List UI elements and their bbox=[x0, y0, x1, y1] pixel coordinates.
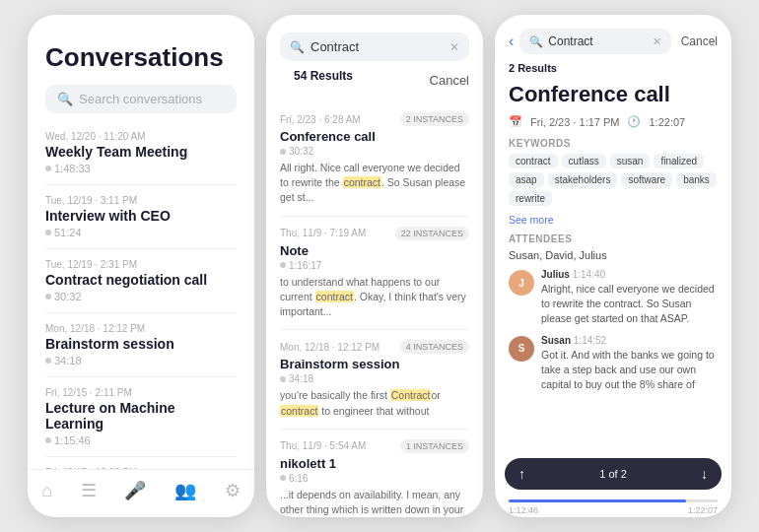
result-snippet: you're basically the first Contractor co… bbox=[280, 388, 469, 418]
avatar: S bbox=[509, 336, 534, 362]
result-date: Fri, 2/23 · 6:28 AM bbox=[280, 114, 361, 125]
message-text: Alright, nice call everyone we decided t… bbox=[541, 282, 718, 327]
result-duration: 1:16:17 bbox=[280, 260, 469, 271]
message-time: 1:14:40 bbox=[573, 269, 605, 280]
progress-times: 1:12:46 1:22:07 bbox=[509, 505, 718, 515]
result-snippet: All right. Nice call everyone we decided… bbox=[280, 161, 469, 206]
p3-search-bar[interactable]: 🔍 Contract ✕ bbox=[519, 29, 670, 54]
result-meta: Thu, 11/9 · 7:19 AM 22 INSTANCES bbox=[280, 227, 469, 240]
keyword-tag[interactable]: rewrite bbox=[509, 191, 552, 206]
result-duration: 30:32 bbox=[280, 146, 469, 157]
nav-up-button[interactable]: ↑ bbox=[518, 466, 525, 482]
message-item: S Susan 1:14:52 Got it. And with the ban… bbox=[509, 335, 718, 393]
instances-badge: 2 INSTANCES bbox=[400, 112, 469, 126]
list-icon[interactable]: ☰ bbox=[81, 480, 97, 501]
result-meta: Fri, 2/23 · 6:28 AM 2 INSTANCES bbox=[280, 112, 469, 126]
keyword-tag[interactable]: stakeholders bbox=[548, 172, 618, 187]
item-title: Weekly Team Meeting bbox=[45, 144, 237, 160]
result-title: nikolett 1 bbox=[280, 456, 469, 471]
item-duration: 34:18 bbox=[45, 355, 237, 366]
nav-down-button[interactable]: ↓ bbox=[701, 466, 708, 482]
message-meta: Susan 1:14:52 bbox=[541, 335, 718, 346]
progress-fill bbox=[509, 499, 686, 502]
recording-duration: 1:22:07 bbox=[649, 116, 685, 128]
conversation-item[interactable]: Wed, 12/20 · 11:20 AM Weekly Team Meetin… bbox=[45, 121, 237, 185]
attendees-section: ATTENDEES Susan, David, Julius bbox=[509, 233, 718, 261]
search-result-item[interactable]: Thu, 11/9 · 5:54 AM 1 INSTANCES nikolett… bbox=[280, 430, 469, 517]
results-count: 2 Results bbox=[509, 62, 718, 74]
item-date: Mon, 12/18 · 12:12 PM bbox=[45, 323, 237, 334]
result-duration: 34:18 bbox=[280, 373, 469, 384]
clock-icon: 🕐 bbox=[627, 115, 641, 128]
search-result-item[interactable]: Fri, 2/23 · 6:28 AM 2 INSTANCES Conferen… bbox=[280, 102, 469, 217]
search-results-list: Fri, 2/23 · 6:28 AM 2 INSTANCES Conferen… bbox=[266, 102, 483, 517]
clear-icon[interactable]: ✕ bbox=[653, 35, 661, 48]
people-icon[interactable]: 👥 bbox=[174, 480, 196, 501]
conversation-item[interactable]: Tue, 12/19 · 2:31 PM Contract negotiatio… bbox=[45, 249, 237, 313]
item-title: Interview with CEO bbox=[45, 208, 237, 224]
progress-bar[interactable]: 1:12:46 1:22:07 bbox=[495, 496, 731, 517]
keyword-tag[interactable]: software bbox=[621, 172, 672, 187]
recording-title: Conference call bbox=[509, 82, 718, 107]
message-item: J Julius 1:14:40 Alright, nice call ever… bbox=[509, 269, 718, 327]
conversation-item[interactable]: Fri, 12/15 · 12:28 PM Quarterly business… bbox=[45, 457, 237, 469]
total-time: 1:22:07 bbox=[688, 505, 718, 515]
gear-icon[interactable]: ⚙ bbox=[225, 480, 241, 501]
mic-icon[interactable]: 🎤 bbox=[124, 480, 146, 501]
back-icon[interactable]: ‹ bbox=[509, 33, 514, 50]
result-title: Note bbox=[280, 243, 469, 258]
recording-date: Fri, 2/23 · 1:17 PM bbox=[530, 116, 619, 128]
search-icon: 🔍 bbox=[529, 35, 543, 48]
keyword-tag[interactable]: banks bbox=[676, 172, 717, 187]
result-title: Conference call bbox=[280, 129, 469, 144]
item-title: Brainstorm session bbox=[45, 336, 237, 352]
search-result-item[interactable]: Mon, 12/18 · 12:12 PM 4 INSTANCES Brains… bbox=[280, 330, 469, 429]
message-bubble: Susan 1:14:52 Got it. And with the banks… bbox=[541, 335, 718, 393]
keyword-tag[interactable]: susan bbox=[610, 154, 651, 168]
search-bar[interactable]: 🔍 Search conversations bbox=[45, 85, 237, 113]
item-date: Fri, 12/15 · 2:11 PM bbox=[45, 387, 237, 398]
message-text: Got it. And with the banks we going to t… bbox=[541, 348, 718, 393]
keywords-list: contractcutlasssusanfinalizedasapstakeho… bbox=[509, 154, 718, 206]
instances-badge: 22 INSTANCES bbox=[395, 227, 469, 240]
result-duration: 6:16 bbox=[280, 473, 469, 484]
message-time: 1:14:52 bbox=[574, 335, 606, 346]
conversation-item[interactable]: Mon, 12/18 · 12:12 PM Brainstorm session… bbox=[45, 313, 237, 377]
item-duration: 51:24 bbox=[45, 227, 237, 238]
conversation-item[interactable]: Tue, 12/19 · 3:11 PM Interview with CEO … bbox=[45, 185, 237, 249]
keyword-tag[interactable]: finalized bbox=[654, 154, 704, 168]
p1-header: Conversations 🔍 Search conversations bbox=[28, 15, 254, 121]
highlighted-term: contract bbox=[315, 291, 354, 302]
message-meta: Julius 1:14:40 bbox=[541, 269, 718, 280]
item-date: Wed, 12/20 · 11:20 AM bbox=[45, 131, 237, 142]
p3-header: ‹ 🔍 Contract ✕ Cancel 2 Results bbox=[495, 15, 731, 82]
speaker-name: Julius bbox=[541, 269, 570, 280]
keyword-tag[interactable]: asap bbox=[509, 172, 544, 187]
messages-list: J Julius 1:14:40 Alright, nice call ever… bbox=[509, 269, 718, 392]
item-duration: 1:15:46 bbox=[45, 434, 237, 446]
result-title: Brainstorm session bbox=[280, 357, 469, 371]
calendar-icon: 📅 bbox=[509, 115, 522, 128]
page-title: Conversations bbox=[45, 42, 237, 73]
result-date: Thu, 11/9 · 7:19 AM bbox=[280, 228, 366, 238]
avatar: J bbox=[509, 270, 534, 296]
instances-badge: 4 INSTANCES bbox=[400, 340, 469, 354]
home-icon[interactable]: ⌂ bbox=[41, 481, 52, 501]
clear-icon[interactable]: ✕ bbox=[449, 40, 459, 54]
keyword-tag[interactable]: contract bbox=[509, 154, 558, 168]
phone-search-results: 🔍 Contract ✕ 54 Results Cancel Fri, 2/23… bbox=[266, 15, 483, 517]
p2-search-bar[interactable]: 🔍 Contract ✕ bbox=[280, 33, 469, 61]
phone-detail: ‹ 🔍 Contract ✕ Cancel 2 Results Conferen… bbox=[495, 15, 731, 517]
highlighted-term: contract bbox=[280, 405, 318, 417]
result-meta: Mon, 12/18 · 12:12 PM 4 INSTANCES bbox=[280, 340, 469, 354]
conversation-item[interactable]: Fri, 12/15 · 2:11 PM Lecture on Machine … bbox=[45, 377, 237, 457]
keywords-label: KEYWORDS bbox=[509, 138, 718, 149]
item-title: Lecture on Machine Learning bbox=[45, 400, 237, 432]
cancel-button[interactable]: Cancel bbox=[681, 34, 718, 48]
cancel-button[interactable]: Cancel bbox=[430, 73, 469, 88]
p2-header: 🔍 Contract ✕ 54 Results Cancel bbox=[266, 15, 483, 102]
see-more-link[interactable]: See more bbox=[509, 214, 718, 226]
keyword-tag[interactable]: cutlass bbox=[562, 154, 606, 168]
result-date: Thu, 11/9 · 5:54 AM bbox=[280, 440, 366, 451]
search-result-item[interactable]: Thu, 11/9 · 7:19 AM 22 INSTANCES Note 1:… bbox=[280, 217, 469, 331]
